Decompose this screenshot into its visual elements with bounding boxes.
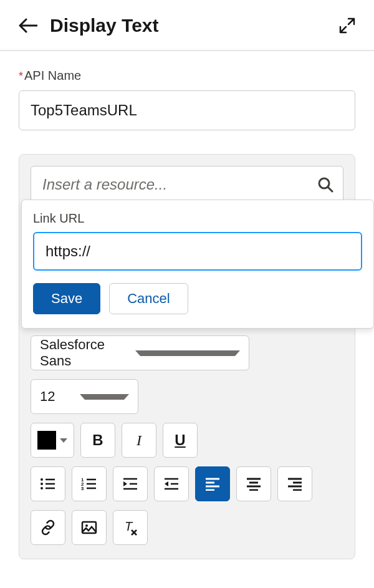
font-family-select[interactable]: Salesforce Sans <box>31 335 249 370</box>
color-swatch-icon <box>37 431 56 450</box>
svg-point-2 <box>41 478 43 481</box>
page-title: Display Text <box>50 15 159 36</box>
insert-resource-input[interactable] <box>31 166 343 203</box>
header: Display Text <box>0 0 374 51</box>
chevron-down-icon <box>80 394 130 400</box>
save-button[interactable]: Save <box>33 283 100 314</box>
back-button[interactable] <box>19 18 37 33</box>
back-arrow-icon <box>19 18 37 33</box>
link-url-input[interactable] <box>33 232 362 271</box>
svg-point-33 <box>85 524 88 527</box>
italic-button[interactable]: I <box>122 423 156 458</box>
align-right-icon <box>287 477 303 491</box>
outdent-button[interactable] <box>154 466 189 501</box>
font-family-label: Salesforce Sans <box>40 337 135 369</box>
svg-point-6 <box>41 487 43 489</box>
svg-line-1 <box>328 187 332 191</box>
cancel-button[interactable]: Cancel <box>109 283 188 314</box>
indent-icon <box>122 477 138 491</box>
chevron-down-icon <box>60 438 67 443</box>
image-button[interactable] <box>72 510 107 545</box>
numbered-list-icon: 123 <box>81 477 97 491</box>
bold-button[interactable]: B <box>80 423 115 458</box>
align-right-button[interactable] <box>277 466 312 501</box>
expand-button[interactable] <box>339 17 355 34</box>
image-icon <box>81 521 97 534</box>
clear-format-button[interactable]: T <box>113 510 148 545</box>
align-left-button[interactable] <box>195 466 230 501</box>
header-left: Display Text <box>19 15 159 36</box>
align-center-button[interactable] <box>236 466 271 501</box>
resource-field <box>31 166 343 203</box>
chevron-down-icon <box>135 350 241 356</box>
api-name-input[interactable] <box>19 90 355 130</box>
indent-button[interactable] <box>113 466 148 501</box>
svg-point-4 <box>41 483 43 485</box>
link-icon <box>40 519 56 536</box>
link-button[interactable] <box>31 510 65 545</box>
clear-format-icon: T <box>122 519 138 536</box>
font-size-select[interactable]: 12 <box>31 379 138 414</box>
bullet-list-icon <box>40 477 56 491</box>
bullet-list-button[interactable] <box>31 466 65 501</box>
api-name-label: *API Name <box>19 69 355 83</box>
outdent-icon <box>163 477 180 491</box>
numbered-list-button[interactable]: 123 <box>72 466 107 501</box>
link-url-label: Link URL <box>33 211 362 226</box>
text-color-button[interactable] <box>31 423 74 458</box>
link-url-popover: Link URL Save Cancel <box>21 200 374 329</box>
font-size-label: 12 <box>40 388 80 405</box>
svg-text:3: 3 <box>81 486 84 491</box>
align-center-icon <box>246 477 262 491</box>
svg-rect-32 <box>82 522 96 533</box>
toolbar: Salesforce Sans 12 B I U <box>31 335 343 545</box>
popover-actions: Save Cancel <box>33 283 362 314</box>
search-icon <box>317 176 333 193</box>
underline-button[interactable]: U <box>163 423 198 458</box>
expand-icon <box>339 17 355 34</box>
align-left-icon <box>204 477 221 491</box>
